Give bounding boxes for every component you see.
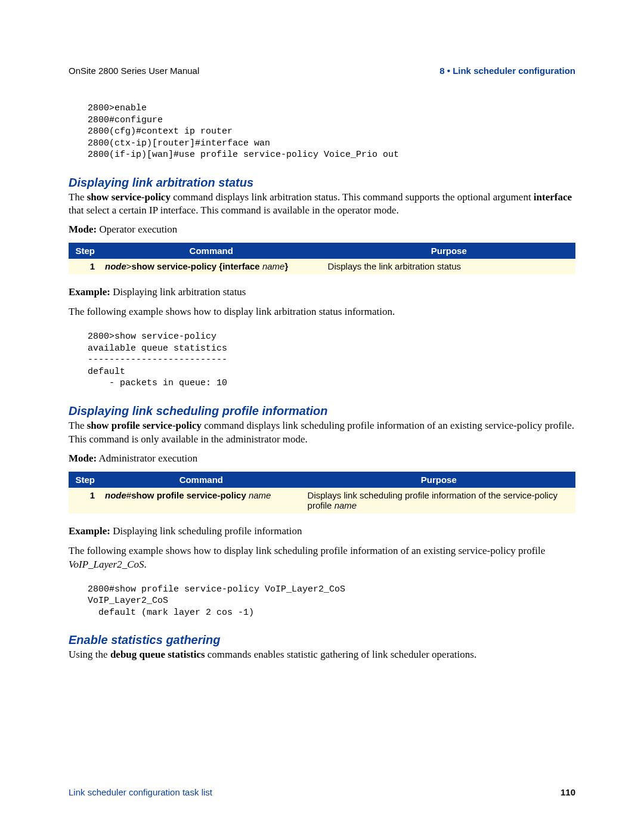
th-command: Command bbox=[100, 472, 303, 487]
header-left: OnSite 2800 Series User Manual bbox=[69, 66, 199, 76]
sec2-para2: The following example shows how to displ… bbox=[69, 544, 575, 572]
th-purpose: Purpose bbox=[323, 243, 575, 259]
header-right: 8 • Link scheduler configuration bbox=[439, 66, 575, 76]
footer-left: Link scheduler configuration task list bbox=[69, 787, 212, 797]
cell-step: 1 bbox=[69, 259, 100, 274]
sec1-example-line: Example: Displaying link arbitration sta… bbox=[69, 286, 575, 298]
table-row: 1 node>show service-policy {interface na… bbox=[69, 259, 575, 274]
table-profile: Step Command Purpose 1 node#show profile… bbox=[69, 472, 575, 513]
cell-purpose: Displays link scheduling profile informa… bbox=[302, 487, 575, 513]
sec2-mode: Mode: Administrator execution bbox=[69, 453, 575, 465]
page-number: 110 bbox=[561, 787, 575, 797]
sec1-para2: The following example shows how to displ… bbox=[69, 305, 575, 319]
table-arbitration: Step Command Purpose 1 node>show service… bbox=[69, 243, 575, 274]
page-header: OnSite 2800 Series User Manual 8 • Link … bbox=[69, 66, 575, 76]
th-command: Command bbox=[100, 243, 323, 259]
sec2-example-line: Example: Displaying link scheduling prof… bbox=[69, 525, 575, 537]
code-block-2: 2800>show service-policy available queue… bbox=[88, 331, 575, 389]
code-block-3: 2800#show profile service-policy VoIP_La… bbox=[88, 584, 575, 619]
section-title-arbitration: Displaying link arbitration status bbox=[69, 176, 575, 190]
th-step: Step bbox=[69, 243, 100, 259]
sec3-para1: Using the debug queue statistics command… bbox=[69, 648, 575, 662]
page-footer: Link scheduler configuration task list 1… bbox=[69, 787, 575, 797]
section-title-profile: Displaying link scheduling profile infor… bbox=[69, 404, 575, 418]
cell-step: 1 bbox=[69, 487, 100, 513]
sec1-mode: Mode: Operator execution bbox=[69, 224, 575, 236]
table-row: 1 node#show profile service-policy name … bbox=[69, 487, 575, 513]
th-purpose: Purpose bbox=[302, 472, 575, 487]
cell-purpose: Displays the link arbitration status bbox=[323, 259, 575, 274]
cell-command: node#show profile service-policy name bbox=[100, 487, 303, 513]
section-title-stats: Enable statistics gathering bbox=[69, 633, 575, 647]
code-block-1: 2800>enable 2800#configure 2800(cfg)#con… bbox=[88, 103, 575, 161]
sec2-para1: The show profile service-policy command … bbox=[69, 419, 575, 447]
sec1-para1: The show service-policy command displays… bbox=[69, 191, 575, 218]
cell-command: node>show service-policy {interface name… bbox=[100, 259, 323, 274]
th-step: Step bbox=[69, 472, 100, 487]
